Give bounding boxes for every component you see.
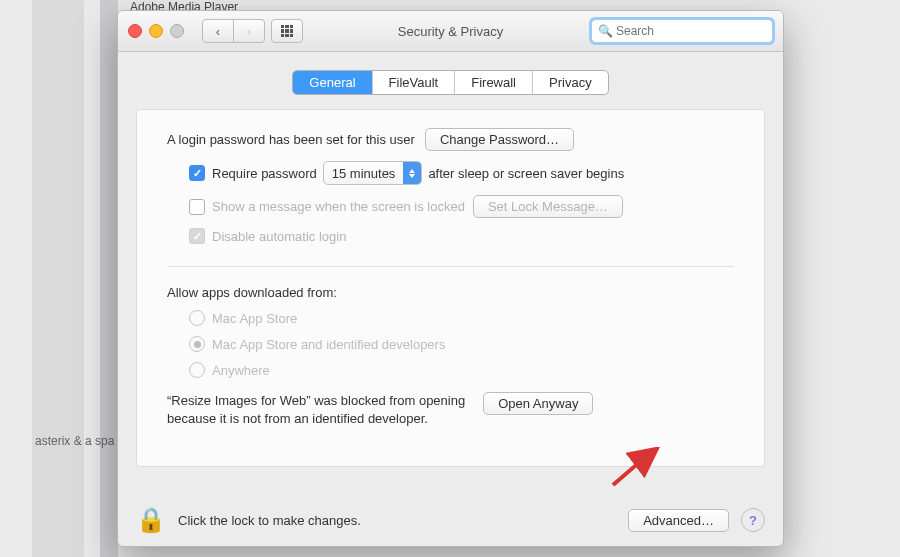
require-password-checkbox[interactable] (189, 165, 205, 181)
zoom-icon (170, 24, 184, 38)
login-password-label: A login password has been set for this u… (167, 132, 415, 147)
require-password-label: Require password (212, 166, 317, 181)
tab-bar: General FileVault Firewall Privacy (118, 70, 783, 95)
back-button[interactable]: ‹ (202, 19, 234, 43)
allow-apps-heading: Allow apps downloaded from: (167, 285, 734, 300)
forward-button: › (234, 19, 265, 43)
radio-anywhere-label: Anywhere (212, 363, 270, 378)
help-button[interactable]: ? (741, 508, 765, 532)
footer: 🔒 Click the lock to make changes. Advanc… (118, 494, 783, 546)
select-value: 15 minutes (324, 166, 404, 181)
tab-privacy[interactable]: Privacy (532, 71, 608, 94)
disable-auto-login-label: Disable automatic login (212, 229, 346, 244)
require-password-delay-select[interactable]: 15 minutes (323, 161, 423, 185)
search-input[interactable] (591, 19, 773, 43)
lock-icon[interactable]: 🔒 (136, 506, 166, 534)
radio-mas (189, 310, 205, 326)
close-icon[interactable] (128, 24, 142, 38)
disable-auto-login-checkbox[interactable] (189, 228, 205, 244)
show-message-label: Show a message when the screen is locked (212, 199, 465, 214)
radio-mas-dev (189, 336, 205, 352)
lock-hint-label: Click the lock to make changes. (178, 513, 361, 528)
radio-anywhere (189, 362, 205, 378)
tab-general[interactable]: General (293, 71, 371, 94)
require-password-after-label: after sleep or screen saver begins (428, 166, 624, 181)
chevron-right-icon: › (247, 24, 251, 39)
search-icon: 🔍 (598, 24, 613, 38)
tab-filevault[interactable]: FileVault (372, 71, 455, 94)
tab-firewall[interactable]: Firewall (454, 71, 532, 94)
radio-mas-dev-label: Mac App Store and identified developers (212, 337, 445, 352)
change-password-button[interactable]: Change Password… (425, 128, 574, 151)
traffic-lights (128, 24, 184, 38)
content-panel: A login password has been set for this u… (136, 109, 765, 467)
open-anyway-button[interactable]: Open Anyway (483, 392, 593, 415)
prefs-window: ‹ › Security & Privacy 🔍 General FileVau… (117, 10, 784, 547)
advanced-button[interactable]: Advanced… (628, 509, 729, 532)
radio-mas-label: Mac App Store (212, 311, 297, 326)
stepper-icon (403, 162, 421, 184)
set-lock-message-button: Set Lock Message… (473, 195, 623, 218)
grid-icon (281, 25, 293, 37)
chevron-left-icon: ‹ (216, 24, 220, 39)
show-message-checkbox[interactable] (189, 199, 205, 215)
separator (167, 266, 734, 267)
blocked-app-message: “Resize Images for Web” was blocked from… (167, 392, 465, 427)
bg-text: asterix & a spa (35, 434, 114, 448)
titlebar: ‹ › Security & Privacy 🔍 (118, 11, 783, 52)
show-all-button[interactable] (271, 19, 303, 43)
minimize-icon[interactable] (149, 24, 163, 38)
